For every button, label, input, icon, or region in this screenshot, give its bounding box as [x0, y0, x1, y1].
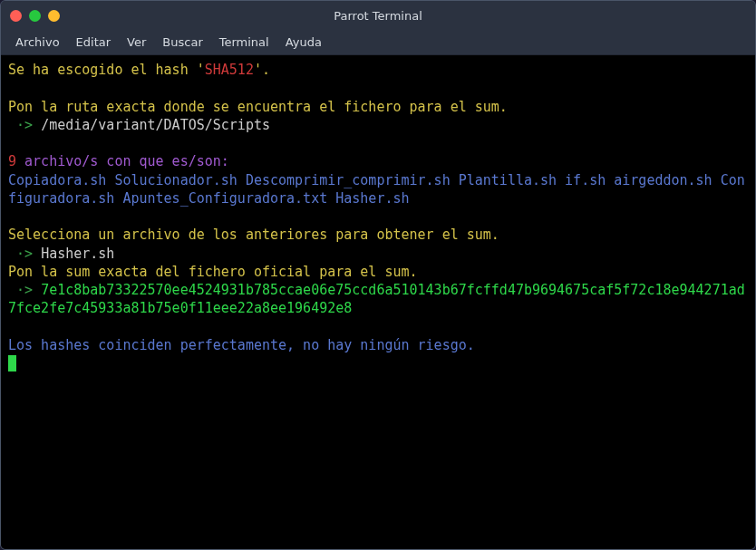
maximize-icon[interactable]: [48, 10, 60, 22]
output-text: archivo/s con que es/son:: [16, 153, 229, 169]
output-prompt-select: Selecciona un archivo de los anteriores …: [8, 227, 499, 243]
titlebar[interactable]: Parrot Terminal: [1, 1, 755, 30]
close-icon[interactable]: [10, 10, 22, 22]
prompt-marker: ·>: [8, 282, 41, 298]
prompt-marker: ·>: [8, 117, 41, 133]
menu-buscar[interactable]: Buscar: [162, 35, 202, 49]
cursor-icon: [8, 355, 16, 371]
menu-editar[interactable]: Editar: [76, 35, 111, 49]
prompt-marker: ·>: [8, 246, 41, 262]
output-text: '.: [254, 62, 270, 78]
output-prompt-route: Pon la ruta exacta donde se encuentra el…: [8, 99, 508, 115]
output-prompt-sum: Pon la sum exacta del fichero oficial pa…: [8, 264, 418, 280]
menubar: Archivo Editar Ver Buscar Terminal Ayuda: [1, 30, 755, 55]
output-text: Se ha escogido el hash ': [8, 62, 205, 78]
output-file-list: Copiadora.sh Solucionador.sh Descomprimi…: [8, 172, 745, 207]
menu-archivo[interactable]: Archivo: [15, 35, 60, 49]
window-title: Parrot Terminal: [334, 9, 422, 23]
window-controls: [10, 10, 60, 22]
output-count: 9: [8, 153, 16, 169]
menu-ayuda[interactable]: Ayuda: [286, 35, 322, 49]
input-hash: 7e1c8bab73322570ee4524931b785ccae06e75cc…: [8, 282, 745, 316]
input-path: /media/variant/DATOS/Scripts: [41, 117, 270, 133]
terminal-window: Parrot Terminal Archivo Editar Ver Busca…: [0, 0, 756, 550]
terminal-output[interactable]: Se ha escogido el hash 'SHA512'. Pon la …: [1, 55, 755, 549]
menu-ver[interactable]: Ver: [127, 35, 146, 49]
output-hash-type: SHA512: [205, 62, 254, 78]
menu-terminal[interactable]: Terminal: [219, 35, 269, 49]
input-file: Hasher.sh: [41, 246, 114, 262]
minimize-icon[interactable]: [29, 10, 41, 22]
output-result: Los hashes coinciden perfectamente, no h…: [8, 337, 475, 353]
